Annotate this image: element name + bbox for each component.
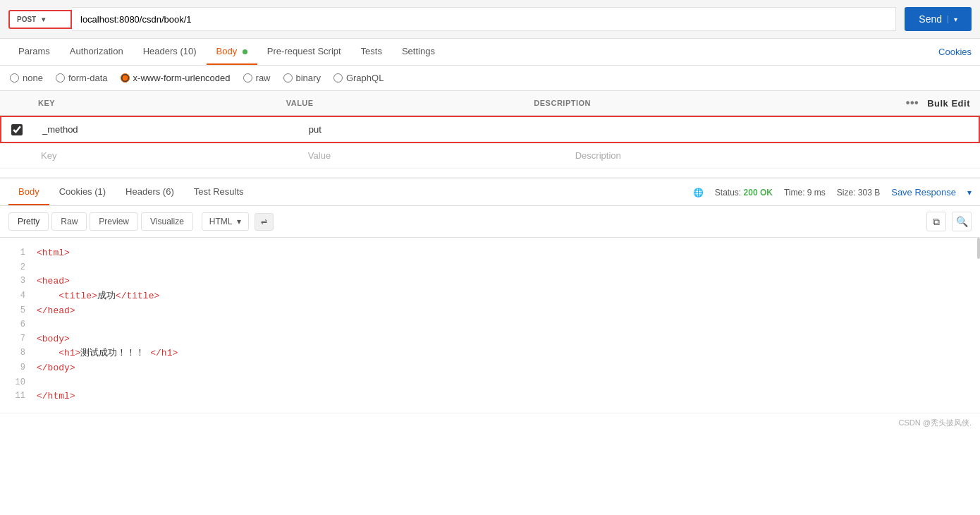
code-line-9: 9 </body> — [0, 361, 980, 376]
col-header-key: KEY — [38, 99, 286, 107]
radio-form-data[interactable]: form-data — [56, 73, 108, 83]
code-line-5: 5 </head> — [0, 304, 980, 319]
size-label: Size: 303 B — [837, 188, 880, 198]
radio-raw[interactable]: raw — [243, 73, 271, 83]
row-checkbox-cell — [11, 124, 39, 135]
tab-settings[interactable]: Settings — [392, 39, 445, 65]
wrap-button[interactable]: ⇌ — [255, 213, 274, 231]
response-body-container: 1 <html> 2 3 <head> 4 <title>成功</title> … — [0, 238, 980, 413]
resp-tab-cookies[interactable]: Cookies (1) — [49, 179, 116, 205]
resp-tab-body[interactable]: Body — [8, 179, 49, 205]
table-header-actions: ••• Bulk Edit — [906, 97, 970, 109]
send-button[interactable]: Send ▾ — [905, 7, 972, 31]
view-raw-button[interactable]: Raw — [51, 212, 87, 231]
code-area: 1 <html> 2 3 <head> 4 <title>成功</title> … — [0, 238, 980, 413]
resp-tab-test-results[interactable]: Test Results — [184, 179, 254, 205]
row-description — [572, 127, 969, 133]
code-line-7: 7 <body> — [0, 332, 980, 347]
copy-button[interactable]: ⧉ — [926, 212, 946, 231]
watermark: CSDN @秃头披风侠. — [0, 413, 980, 432]
response-section: Body Cookies (1) Headers (6) Test Result… — [0, 177, 980, 413]
search-button[interactable]: 🔍 — [952, 212, 972, 231]
empty-key-placeholder[interactable]: Key — [38, 147, 305, 164]
empty-value-placeholder[interactable]: Value — [305, 147, 572, 164]
more-options-icon[interactable]: ••• — [906, 97, 919, 109]
method-selector[interactable]: POST ▾ — [8, 10, 72, 29]
save-response-button[interactable]: Save Response — [891, 187, 956, 198]
code-line-2: 2 — [0, 261, 980, 274]
code-line-10: 10 — [0, 376, 980, 389]
view-pretty-button[interactable]: Pretty — [8, 212, 49, 231]
empty-desc-placeholder: Description — [572, 147, 970, 164]
tab-authorization[interactable]: Authorization — [60, 39, 133, 65]
response-status-area: 🌐 Status: 200 OK Time: 9 ms Size: 303 B … — [693, 187, 972, 198]
body-active-dot — [243, 49, 247, 54]
globe-icon: 🌐 — [693, 188, 704, 198]
code-line-8: 8 <h1>测试成功！！！ </h1> — [0, 346, 980, 361]
time-label: Time: 9 ms — [784, 188, 826, 198]
response-toolbar: Pretty Raw Preview Visualize HTML ▾ ⇌ ⧉ … — [0, 206, 980, 238]
col-header-value: VALUE — [286, 99, 534, 107]
tab-body[interactable]: Body — [207, 39, 257, 65]
radio-x-www-form-urlencoded[interactable]: x-www-form-urlencoded — [121, 73, 231, 83]
radio-binary[interactable]: binary — [283, 73, 321, 83]
tab-headers[interactable]: Headers (10) — [133, 39, 207, 65]
row-value[interactable]: put — [306, 121, 572, 138]
url-bar: POST ▾ Send ▾ — [0, 0, 980, 39]
code-line-4: 4 <title>成功</title> — [0, 289, 980, 304]
wrap-icon: ⇌ — [261, 217, 267, 226]
language-chevron-icon: ▾ — [237, 217, 241, 226]
view-visualize-button[interactable]: Visualize — [141, 212, 193, 231]
response-tabs: Body Cookies (1) Headers (6) Test Result… — [0, 179, 980, 206]
save-response-chevron-icon[interactable]: ▾ — [967, 188, 972, 198]
send-label: Send — [919, 13, 942, 25]
status-code: 200 OK — [744, 188, 773, 198]
tab-pre-request-script[interactable]: Pre-request Script — [257, 39, 351, 65]
status-label: Status: 200 OK — [715, 188, 773, 198]
time-value: 9 ms — [807, 188, 826, 198]
code-line-11: 11 </html> — [0, 389, 980, 404]
view-preview-button[interactable]: Preview — [90, 212, 138, 231]
method-label: POST — [17, 16, 36, 23]
resp-tab-headers[interactable]: Headers (6) — [116, 179, 184, 205]
body-type-row: none form-data x-www-form-urlencoded raw… — [0, 66, 980, 91]
bulk-edit-button[interactable]: Bulk Edit — [927, 98, 970, 109]
cookies-link[interactable]: Cookies — [938, 40, 972, 64]
row-checkbox[interactable] — [11, 124, 23, 135]
code-line-1: 1 <html> — [0, 246, 980, 261]
url-input[interactable] — [72, 7, 896, 31]
radio-none[interactable]: none — [10, 73, 43, 83]
send-chevron-icon: ▾ — [948, 16, 957, 23]
tab-tests[interactable]: Tests — [351, 39, 392, 65]
radio-graphql[interactable]: GraphQL — [333, 73, 384, 83]
language-label: HTML — [209, 217, 233, 226]
table-header: KEY VALUE DESCRIPTION ••• Bulk Edit — [0, 91, 980, 116]
language-selector[interactable]: HTML ▾ — [202, 212, 249, 231]
scrollbar[interactable] — [977, 238, 980, 259]
method-chevron-icon: ▾ — [42, 16, 45, 23]
col-header-description: DESCRIPTION — [534, 99, 906, 107]
table-row: _method put — [0, 116, 980, 143]
code-line-3: 3 <head> — [0, 274, 980, 289]
row-key[interactable]: _method — [39, 121, 306, 138]
tab-params[interactable]: Params — [8, 39, 60, 65]
code-line-6: 6 — [0, 318, 980, 332]
table-empty-row: Key Value Description — [0, 143, 980, 169]
request-tabs: Params Authorization Headers (10) Body P… — [0, 39, 980, 66]
size-value: 303 B — [858, 188, 880, 198]
toolbar-right-actions: ⧉ 🔍 — [926, 212, 972, 231]
